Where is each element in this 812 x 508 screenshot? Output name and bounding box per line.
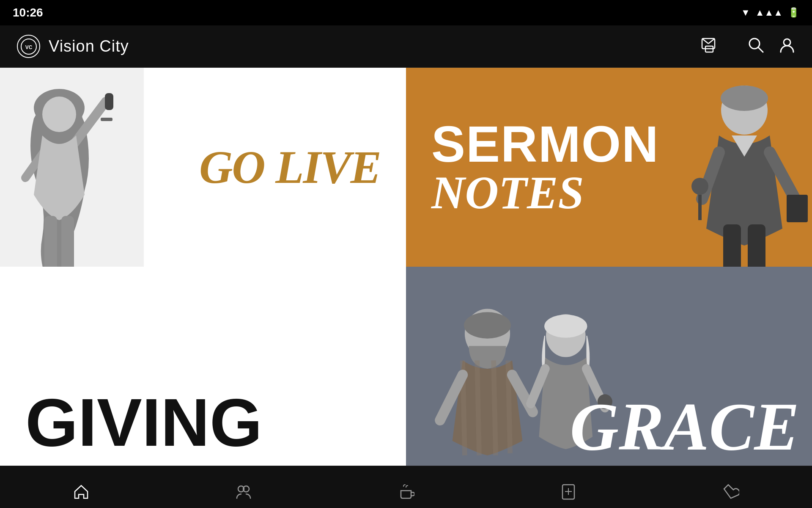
svg-rect-26 bbox=[748, 224, 765, 267]
svg-point-29 bbox=[691, 178, 708, 195]
connect-icon bbox=[235, 483, 252, 504]
svg-line-7 bbox=[758, 47, 763, 52]
svg-rect-23 bbox=[787, 195, 808, 222]
go-live-text[interactable]: GO LIVE bbox=[199, 144, 381, 190]
svg-line-35 bbox=[477, 360, 479, 455]
status-time: 10:26 bbox=[13, 6, 43, 19]
svg-line-36 bbox=[494, 360, 496, 455]
preacher-illustration bbox=[634, 68, 812, 267]
app-logo: VC bbox=[17, 35, 40, 58]
nav-item-giving[interactable]: Giving bbox=[650, 483, 812, 508]
singer-illustration bbox=[0, 68, 144, 267]
coffee-icon bbox=[398, 483, 414, 504]
search-icon[interactable] bbox=[748, 37, 764, 56]
app-bar-left: VC Vision City bbox=[17, 35, 129, 58]
giving-nav-icon bbox=[722, 483, 739, 504]
svg-rect-17 bbox=[61, 216, 74, 267]
go-live-cell[interactable]: GO LIVE bbox=[0, 68, 406, 267]
nav-item-vccoffee[interactable]: VC COFFEE bbox=[325, 483, 487, 508]
svg-text:VC: VC bbox=[25, 44, 32, 50]
messages-icon[interactable] bbox=[701, 37, 717, 56]
profile-icon[interactable] bbox=[779, 37, 795, 56]
bottom-nav: Home CONNECT VC COFFEE bbox=[0, 466, 812, 508]
nav-item-connect[interactable]: CONNECT bbox=[162, 483, 325, 508]
nav-item-bible[interactable]: Bible bbox=[487, 483, 650, 508]
battery-icon: 🔋 bbox=[788, 7, 799, 18]
status-bar: 10:26 ▼ ▲▲▲ 🔋 bbox=[0, 0, 812, 25]
app-bar-right bbox=[701, 37, 795, 56]
app-bar: VC Vision City bbox=[0, 25, 812, 68]
svg-rect-14 bbox=[105, 93, 113, 110]
signal-icon: ▲▲▲ bbox=[755, 7, 783, 18]
svg-point-12 bbox=[42, 97, 76, 132]
nav-item-home[interactable]: Home bbox=[0, 483, 162, 508]
svg-rect-16 bbox=[44, 216, 57, 267]
app-title: Vision City bbox=[49, 37, 129, 55]
logo-icon: VC bbox=[20, 38, 37, 55]
home-icon bbox=[73, 483, 90, 504]
status-icons: ▼ ▲▲▲ 🔋 bbox=[741, 7, 799, 18]
sermon-top-text: SERMON bbox=[431, 119, 659, 169]
svg-line-4 bbox=[702, 39, 708, 44]
bible-icon bbox=[560, 483, 577, 504]
svg-point-41 bbox=[544, 315, 587, 338]
sermon-notes-cell[interactable]: SERMON NOTES bbox=[406, 68, 812, 267]
grace-cell[interactable]: GRACE bbox=[406, 267, 812, 466]
sermon-notes-text: SERMON NOTES bbox=[431, 119, 659, 216]
svg-point-8 bbox=[784, 39, 790, 46]
svg-rect-18 bbox=[101, 118, 112, 121]
grace-text: GRACE bbox=[570, 396, 799, 457]
svg-rect-25 bbox=[723, 224, 741, 267]
giving-text: GIVING bbox=[25, 392, 262, 453]
sermon-bottom-text: NOTES bbox=[431, 169, 659, 216]
svg-point-21 bbox=[721, 86, 768, 111]
svg-point-33 bbox=[464, 312, 511, 338]
giving-cell[interactable]: GIVING bbox=[0, 267, 406, 466]
svg-line-5 bbox=[708, 39, 715, 44]
wifi-icon: ▼ bbox=[741, 7, 750, 18]
content-grid: GO LIVE SERMON NOTES bbox=[0, 68, 812, 466]
